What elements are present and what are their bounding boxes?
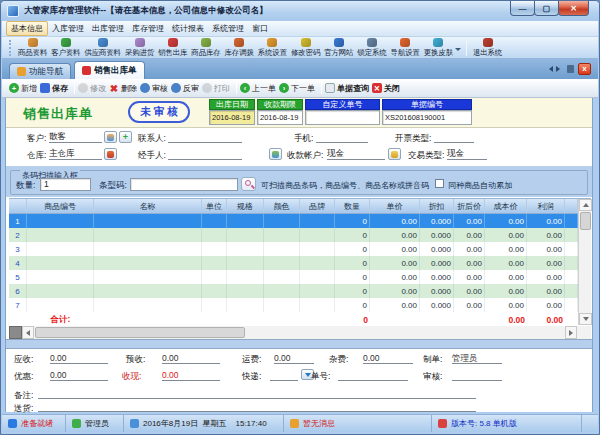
footer-field-input[interactable]: 0.00 xyxy=(363,353,413,364)
toolbar-button-purchase[interactable]: 采购进货 xyxy=(123,38,156,58)
customer-picker-button[interactable] xyxy=(104,131,117,143)
scroll-down-icon[interactable] xyxy=(579,313,592,325)
header-col-value-1[interactable]: 2016-08-19 xyxy=(257,110,303,125)
doc-toolbar-edit[interactable]: 修改 xyxy=(78,83,106,94)
toolbar-button-transfer[interactable]: 库存调拨 xyxy=(223,38,256,58)
grid-col-成本价[interactable]: 成本价 xyxy=(485,199,527,213)
note-input[interactable] xyxy=(38,388,476,399)
toolbar-button-customers[interactable]: 客户资料 xyxy=(49,38,82,58)
toolbar-button-password[interactable]: 修改密码 xyxy=(289,38,322,58)
tab-nav[interactable]: 功能导航 xyxy=(9,63,71,79)
toolbar-button-products[interactable]: 商品资料 xyxy=(16,38,49,58)
grid-col-颜色[interactable]: 颜色 xyxy=(264,199,300,213)
toolbar-button-website[interactable]: 官方网站 xyxy=(322,38,355,58)
chevron-down-icon[interactable] xyxy=(455,48,461,54)
grid-col-blank[interactable] xyxy=(9,199,27,213)
grid-col-blank[interactable] xyxy=(565,199,578,213)
toolbar-button-exit[interactable]: 退出系统 xyxy=(471,38,504,58)
header-col-value-0[interactable]: 2016-08-19 xyxy=(209,110,255,125)
customer-input[interactable]: 散客 xyxy=(49,131,102,143)
doc-toolbar-next[interactable]: ›下一单 xyxy=(279,83,315,94)
doc-toolbar-audit[interactable]: 审核 xyxy=(140,83,168,94)
grid-col-单位[interactable]: 单位 xyxy=(202,199,227,213)
barcode-input[interactable] xyxy=(130,178,238,191)
maximize-button[interactable]: ▢ xyxy=(534,1,559,16)
grid-row[interactable]: 100.000.0000.000.000.00 xyxy=(9,214,578,228)
tab-close-button[interactable]: x xyxy=(578,63,591,75)
menu-item-5[interactable]: 系统管理 xyxy=(208,21,248,36)
footer-field-input[interactable] xyxy=(270,370,298,381)
doc-toolbar-delete[interactable]: ✖删除 xyxy=(109,83,137,94)
toolbar-button-lock[interactable]: 锁定系统 xyxy=(355,38,388,58)
account-input[interactable]: 现金 xyxy=(327,148,385,160)
doc-toolbar-print[interactable]: 打印 xyxy=(202,83,230,94)
grid-vertical-scrollbar[interactable] xyxy=(578,199,591,325)
horizontal-scroll-thumb[interactable] xyxy=(35,327,245,338)
delivery-input[interactable] xyxy=(38,401,476,412)
grid-col-品牌[interactable]: 品牌 xyxy=(300,199,335,213)
scroll-up-icon[interactable] xyxy=(579,199,592,211)
phone-input[interactable] xyxy=(316,131,368,143)
doc-toolbar-unaudit[interactable]: 反审 xyxy=(171,83,199,94)
grid-row[interactable]: 300.000.0000.000.000.00 xyxy=(9,242,578,256)
menu-item-2[interactable]: 出库管理 xyxy=(88,21,128,36)
close-button[interactable]: ✕ xyxy=(558,1,589,16)
footer-field-input[interactable]: 0.00 xyxy=(50,353,108,364)
header-col-value-2[interactable] xyxy=(305,110,380,125)
doc-toolbar-close-doc[interactable]: ✕关闭 xyxy=(372,83,400,94)
handler-input[interactable] xyxy=(168,148,242,160)
qty-input[interactable]: 1 xyxy=(40,178,91,191)
barcode-search-button[interactable] xyxy=(241,177,256,191)
toolbar-button-stock[interactable]: 商品库存 xyxy=(189,38,222,58)
grid-row[interactable]: 600.000.0000.000.000.00 xyxy=(9,284,578,298)
toolbar-button-settings[interactable]: 系统设置 xyxy=(256,38,289,58)
scroll-right-icon[interactable] xyxy=(565,326,577,339)
minimize-button[interactable]: — xyxy=(510,1,535,16)
tab-sales[interactable]: 销售出库单 xyxy=(74,61,145,79)
invoice-type-input[interactable] xyxy=(434,131,474,143)
doc-toolbar-add[interactable]: +新增 xyxy=(9,83,37,94)
account-picker-button[interactable] xyxy=(388,148,401,160)
doc-toolbar-query[interactable]: 单据查询 xyxy=(325,83,369,94)
footer-field-input[interactable] xyxy=(452,370,502,381)
trade-type-input[interactable]: 现金 xyxy=(447,148,487,160)
menu-item-4[interactable]: 统计报表 xyxy=(168,21,208,36)
menu-item-0[interactable]: 基本信息 xyxy=(6,21,48,36)
grid-row[interactable]: 200.000.0000.000.000.00 xyxy=(9,228,578,242)
footer-field-input[interactable]: 0.00 xyxy=(50,370,108,381)
vertical-scroll-thumb[interactable] xyxy=(580,212,591,230)
grid-horizontal-scrollbar[interactable] xyxy=(9,326,591,340)
warehouse-input[interactable]: 主仓库 xyxy=(49,148,102,160)
menu-item-6[interactable]: 窗口 xyxy=(248,21,272,36)
footer-field-input[interactable]: 0.00 xyxy=(274,353,314,364)
grid-col-单价[interactable]: 单价 xyxy=(370,199,420,213)
auto-accumulate-checkbox[interactable] xyxy=(435,179,444,188)
doc-toolbar-prev[interactable]: ‹上一单 xyxy=(240,83,276,94)
toolbar-button-sales[interactable]: 销售出库 xyxy=(156,38,189,58)
toolbar-button-suppliers[interactable]: 供应商资料 xyxy=(82,38,123,58)
grid-col-名称[interactable]: 名称 xyxy=(94,199,202,213)
tab-scroll-left-icon[interactable] xyxy=(546,66,553,72)
scroll-left-icon[interactable] xyxy=(22,326,34,339)
tab-list-icon[interactable] xyxy=(567,65,574,73)
menu-item-1[interactable]: 入库管理 xyxy=(48,21,88,36)
toolbar-button-nav-settings[interactable]: 导航设置 xyxy=(389,38,422,58)
grid-col-利润[interactable]: 利润 xyxy=(527,199,565,213)
grid-row[interactable]: 700.000.0000.000.000.00 xyxy=(9,298,578,312)
footer-field-input[interactable]: 0.00 xyxy=(162,353,220,364)
menu-item-3[interactable]: 库存管理 xyxy=(128,21,168,36)
handler-picker-button[interactable] xyxy=(269,148,282,160)
footer-field-input[interactable] xyxy=(338,370,408,381)
add-customer-button[interactable]: + xyxy=(119,131,132,143)
toolbar-button-skin[interactable]: 更换皮肤 xyxy=(422,38,455,58)
grid-col-规格[interactable]: 规格 xyxy=(227,199,264,213)
tab-scroll-right-icon[interactable] xyxy=(556,66,563,72)
warehouse-picker-button[interactable] xyxy=(104,148,117,160)
grid-col-数量[interactable]: 数量 xyxy=(335,199,370,213)
footer-field-input[interactable]: 0.00 xyxy=(162,370,220,381)
grid-col-折扣[interactable]: 折扣 xyxy=(420,199,454,213)
contact-input[interactable] xyxy=(168,131,242,143)
header-col-value-3[interactable]: XS201608190001 xyxy=(382,110,472,125)
grid-row[interactable]: 500.000.0000.000.000.00 xyxy=(9,270,578,284)
grid-col-商品编号[interactable]: 商品编号 xyxy=(27,199,94,213)
